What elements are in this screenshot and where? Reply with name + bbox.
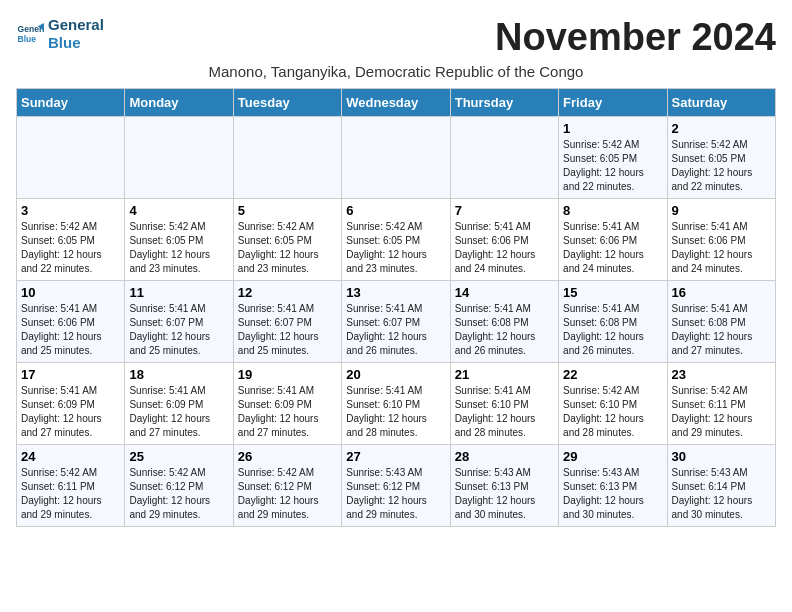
day-info: Sunrise: 5:41 AM Sunset: 6:10 PM Dayligh… [346,384,445,440]
day-info: Sunrise: 5:42 AM Sunset: 6:11 PM Dayligh… [672,384,771,440]
day-info: Sunrise: 5:41 AM Sunset: 6:07 PM Dayligh… [238,302,337,358]
weekday-header-cell: Sunday [17,89,125,117]
day-number: 13 [346,285,445,300]
calendar-day-cell [233,117,341,199]
day-info: Sunrise: 5:42 AM Sunset: 6:12 PM Dayligh… [129,466,228,522]
day-number: 26 [238,449,337,464]
logo: General Blue General Blue [16,16,104,52]
day-number: 4 [129,203,228,218]
day-number: 23 [672,367,771,382]
day-info: Sunrise: 5:42 AM Sunset: 6:10 PM Dayligh… [563,384,662,440]
calendar-day-cell: 6Sunrise: 5:42 AM Sunset: 6:05 PM Daylig… [342,199,450,281]
calendar-day-cell: 23Sunrise: 5:42 AM Sunset: 6:11 PM Dayli… [667,363,775,445]
day-info: Sunrise: 5:42 AM Sunset: 6:05 PM Dayligh… [346,220,445,276]
day-info: Sunrise: 5:42 AM Sunset: 6:11 PM Dayligh… [21,466,120,522]
day-number: 1 [563,121,662,136]
day-number: 3 [21,203,120,218]
calendar-day-cell: 12Sunrise: 5:41 AM Sunset: 6:07 PM Dayli… [233,281,341,363]
calendar-week-row: 24Sunrise: 5:42 AM Sunset: 6:11 PM Dayli… [17,445,776,527]
weekday-header-row: SundayMondayTuesdayWednesdayThursdayFrid… [17,89,776,117]
calendar-week-row: 1Sunrise: 5:42 AM Sunset: 6:05 PM Daylig… [17,117,776,199]
calendar-day-cell: 2Sunrise: 5:42 AM Sunset: 6:05 PM Daylig… [667,117,775,199]
calendar-day-cell: 9Sunrise: 5:41 AM Sunset: 6:06 PM Daylig… [667,199,775,281]
calendar-day-cell: 16Sunrise: 5:41 AM Sunset: 6:08 PM Dayli… [667,281,775,363]
day-info: Sunrise: 5:41 AM Sunset: 6:06 PM Dayligh… [455,220,554,276]
calendar-day-cell: 28Sunrise: 5:43 AM Sunset: 6:13 PM Dayli… [450,445,558,527]
day-info: Sunrise: 5:42 AM Sunset: 6:05 PM Dayligh… [672,138,771,194]
day-info: Sunrise: 5:41 AM Sunset: 6:06 PM Dayligh… [563,220,662,276]
calendar-day-cell: 10Sunrise: 5:41 AM Sunset: 6:06 PM Dayli… [17,281,125,363]
weekday-header-cell: Thursday [450,89,558,117]
day-number: 2 [672,121,771,136]
calendar-day-cell: 7Sunrise: 5:41 AM Sunset: 6:06 PM Daylig… [450,199,558,281]
day-info: Sunrise: 5:41 AM Sunset: 6:07 PM Dayligh… [346,302,445,358]
calendar-day-cell: 30Sunrise: 5:43 AM Sunset: 6:14 PM Dayli… [667,445,775,527]
calendar-week-row: 3Sunrise: 5:42 AM Sunset: 6:05 PM Daylig… [17,199,776,281]
calendar-day-cell: 17Sunrise: 5:41 AM Sunset: 6:09 PM Dayli… [17,363,125,445]
day-info: Sunrise: 5:43 AM Sunset: 6:14 PM Dayligh… [672,466,771,522]
calendar-day-cell: 3Sunrise: 5:42 AM Sunset: 6:05 PM Daylig… [17,199,125,281]
calendar-day-cell: 22Sunrise: 5:42 AM Sunset: 6:10 PM Dayli… [559,363,667,445]
calendar-day-cell [342,117,450,199]
calendar-day-cell: 8Sunrise: 5:41 AM Sunset: 6:06 PM Daylig… [559,199,667,281]
day-number: 19 [238,367,337,382]
calendar-day-cell: 26Sunrise: 5:42 AM Sunset: 6:12 PM Dayli… [233,445,341,527]
day-info: Sunrise: 5:42 AM Sunset: 6:12 PM Dayligh… [238,466,337,522]
day-number: 18 [129,367,228,382]
day-number: 14 [455,285,554,300]
calendar-day-cell: 1Sunrise: 5:42 AM Sunset: 6:05 PM Daylig… [559,117,667,199]
calendar-day-cell: 24Sunrise: 5:42 AM Sunset: 6:11 PM Dayli… [17,445,125,527]
day-info: Sunrise: 5:41 AM Sunset: 6:08 PM Dayligh… [672,302,771,358]
calendar-day-cell: 5Sunrise: 5:42 AM Sunset: 6:05 PM Daylig… [233,199,341,281]
day-number: 8 [563,203,662,218]
calendar-day-cell [450,117,558,199]
calendar-table: SundayMondayTuesdayWednesdayThursdayFrid… [16,88,776,527]
calendar-day-cell: 13Sunrise: 5:41 AM Sunset: 6:07 PM Dayli… [342,281,450,363]
calendar-body: 1Sunrise: 5:42 AM Sunset: 6:05 PM Daylig… [17,117,776,527]
day-number: 15 [563,285,662,300]
weekday-header-cell: Tuesday [233,89,341,117]
calendar-day-cell: 11Sunrise: 5:41 AM Sunset: 6:07 PM Dayli… [125,281,233,363]
weekday-header-cell: Monday [125,89,233,117]
day-number: 17 [21,367,120,382]
day-info: Sunrise: 5:42 AM Sunset: 6:05 PM Dayligh… [21,220,120,276]
weekday-header-cell: Friday [559,89,667,117]
day-number: 7 [455,203,554,218]
day-number: 28 [455,449,554,464]
day-number: 22 [563,367,662,382]
logo-line1: General [48,16,104,34]
calendar-week-row: 17Sunrise: 5:41 AM Sunset: 6:09 PM Dayli… [17,363,776,445]
day-info: Sunrise: 5:41 AM Sunset: 6:10 PM Dayligh… [455,384,554,440]
day-number: 27 [346,449,445,464]
calendar-day-cell: 27Sunrise: 5:43 AM Sunset: 6:12 PM Dayli… [342,445,450,527]
calendar-day-cell: 21Sunrise: 5:41 AM Sunset: 6:10 PM Dayli… [450,363,558,445]
weekday-header-cell: Saturday [667,89,775,117]
day-number: 21 [455,367,554,382]
day-number: 24 [21,449,120,464]
weekday-header-cell: Wednesday [342,89,450,117]
calendar-day-cell: 14Sunrise: 5:41 AM Sunset: 6:08 PM Dayli… [450,281,558,363]
day-info: Sunrise: 5:41 AM Sunset: 6:06 PM Dayligh… [672,220,771,276]
calendar-day-cell: 25Sunrise: 5:42 AM Sunset: 6:12 PM Dayli… [125,445,233,527]
subtitle: Manono, Tanganyika, Democratic Republic … [16,63,776,80]
calendar-day-cell: 4Sunrise: 5:42 AM Sunset: 6:05 PM Daylig… [125,199,233,281]
calendar-day-cell: 29Sunrise: 5:43 AM Sunset: 6:13 PM Dayli… [559,445,667,527]
day-info: Sunrise: 5:43 AM Sunset: 6:12 PM Dayligh… [346,466,445,522]
day-number: 29 [563,449,662,464]
day-number: 5 [238,203,337,218]
day-number: 12 [238,285,337,300]
day-number: 10 [21,285,120,300]
day-number: 6 [346,203,445,218]
day-info: Sunrise: 5:43 AM Sunset: 6:13 PM Dayligh… [563,466,662,522]
calendar-week-row: 10Sunrise: 5:41 AM Sunset: 6:06 PM Dayli… [17,281,776,363]
logo-line2: Blue [48,34,104,52]
day-number: 9 [672,203,771,218]
day-info: Sunrise: 5:41 AM Sunset: 6:07 PM Dayligh… [129,302,228,358]
calendar-day-cell: 18Sunrise: 5:41 AM Sunset: 6:09 PM Dayli… [125,363,233,445]
page-header: General Blue General Blue November 2024 [16,16,776,59]
day-number: 11 [129,285,228,300]
day-info: Sunrise: 5:41 AM Sunset: 6:06 PM Dayligh… [21,302,120,358]
calendar-day-cell: 15Sunrise: 5:41 AM Sunset: 6:08 PM Dayli… [559,281,667,363]
calendar-day-cell [125,117,233,199]
calendar-day-cell [17,117,125,199]
